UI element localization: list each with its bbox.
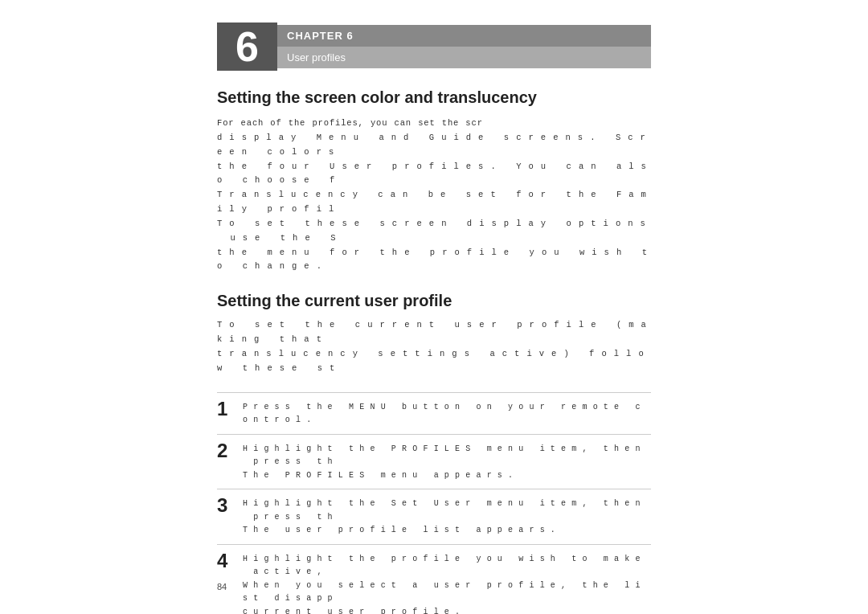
step-2-text: H i g h l i g h t t h e P R O F I L E S … [243, 441, 651, 483]
step-4-number: 4 [217, 551, 243, 571]
chapter-number: 6 [217, 23, 277, 71]
step-1-number: 1 [217, 399, 243, 419]
step-1-text: P r e s s t h e M E N U b u t t o n o n … [243, 399, 651, 428]
section2-heading: Setting the current user profile [217, 292, 651, 310]
main-content: Setting the screen color and translucenc… [217, 88, 651, 614]
step-3: 3 H i g h l i g h t t h e S e t U s e r … [217, 489, 651, 544]
chapter-label: CHAPTER 6 [277, 25, 651, 47]
section1-body: For each of the profiles, you can set th… [217, 117, 651, 274]
page: 6 CHAPTER 6 User profiles Setting the sc… [0, 0, 868, 614]
step-4: 4 H i g h l i g h t t h e p r o f i l e … [217, 544, 651, 614]
step-2-number: 2 [217, 441, 243, 460]
section1-heading: Setting the screen color and translucenc… [217, 88, 651, 107]
step-3-number: 3 [217, 496, 243, 515]
step-2: 2 H i g h l i g h t t h e P R O F I L E … [217, 434, 651, 489]
chapter-title-box: CHAPTER 6 User profiles [277, 23, 651, 71]
chapter-subtitle: User profiles [277, 47, 651, 68]
page-number: 84 [217, 582, 227, 591]
section2-intro: T o s e t t h e c u r r e n t u s e r p … [217, 318, 651, 375]
steps-section: 1 P r e s s t h e M E N U b u t t o n o … [217, 392, 651, 614]
chapter-header: 6 CHAPTER 6 User profiles [217, 23, 651, 71]
chapter-number-text: 6 [235, 23, 259, 71]
step-1: 1 P r e s s t h e M E N U b u t t o n o … [217, 392, 651, 434]
step-4-text: H i g h l i g h t t h e p r o f i l e y … [243, 551, 651, 614]
step-3-text: H i g h l i g h t t h e S e t U s e r m … [243, 496, 651, 538]
